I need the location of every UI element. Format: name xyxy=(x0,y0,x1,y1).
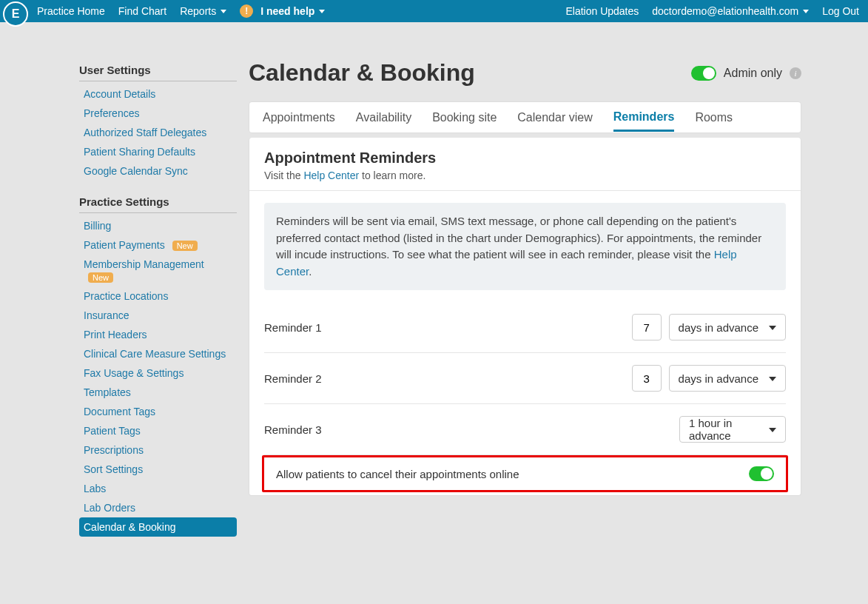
sidebar-item-patient-tags[interactable]: Patient Tags xyxy=(79,421,237,440)
reminder-2-value-input[interactable] xyxy=(632,365,662,392)
sidebar-item-label: Labs xyxy=(84,483,106,494)
sidebar-item-calendar-booking[interactable]: Calendar & Booking xyxy=(79,517,237,537)
sidebar-item-lab-orders[interactable]: Lab Orders xyxy=(79,498,237,517)
reminder-label: Reminder 2 xyxy=(264,372,632,385)
sidebar-item-sort-settings[interactable]: Sort Settings xyxy=(79,460,237,479)
app-logo[interactable]: E xyxy=(3,1,28,27)
sidebar-item-label: Membership Management xyxy=(84,258,204,270)
notice-text: Reminders will be sent via email, SMS te… xyxy=(276,215,761,261)
nav-reports-label: Reports xyxy=(180,5,216,17)
sidebar-item-label: Document Tags xyxy=(84,406,155,417)
sidebar-item-label: Prescriptions xyxy=(84,444,144,456)
reminders-card: Appointment Reminders Visit the Help Cen… xyxy=(249,138,801,496)
sidebar-item-label: Google Calendar Sync xyxy=(84,165,188,177)
sidebar-item-label: Lab Orders xyxy=(84,502,135,514)
top-nav: E Practice Home Find Chart Reports ! I n… xyxy=(0,0,868,22)
tab-appointments[interactable]: Appointments xyxy=(263,104,335,132)
sidebar-item-labs[interactable]: Labs xyxy=(79,479,237,498)
admin-only-toggle-row: Admin only i xyxy=(691,66,801,81)
info-icon[interactable]: i xyxy=(790,67,801,79)
sidebar-item-label: Practice Locations xyxy=(84,290,168,302)
tab-reminders[interactable]: Reminders xyxy=(613,103,675,132)
sidebar-item-label: Preferences xyxy=(84,107,139,119)
nav-logout[interactable]: Log Out xyxy=(822,5,859,17)
sidebar-item-print-headers[interactable]: Print Headers xyxy=(79,325,237,344)
sidebar-item-fax-usage[interactable]: Fax Usage & Settings xyxy=(79,363,237,383)
sidebar-item-patient-sharing[interactable]: Patient Sharing Defaults xyxy=(79,142,237,161)
settings-sidebar: User Settings Account Details Preference… xyxy=(0,59,237,547)
sidebar-item-label: Calendar & Booking xyxy=(84,521,176,533)
sidebar-item-prescriptions[interactable]: Prescriptions xyxy=(79,440,237,460)
help-center-link[interactable]: Help Center xyxy=(303,170,359,181)
chevron-down-icon xyxy=(803,10,809,13)
sidebar-item-label: Patient Sharing Defaults xyxy=(84,146,195,158)
sidebar-section-practice: Practice Settings xyxy=(79,191,237,213)
allow-cancel-label: Allow patients to cancel their appointme… xyxy=(276,468,749,480)
tab-availability[interactable]: Availability xyxy=(356,104,411,132)
allow-cancel-toggle[interactable] xyxy=(749,466,774,481)
chevron-down-icon xyxy=(319,10,325,13)
select-value: days in advance xyxy=(679,321,758,334)
alert-icon: ! xyxy=(240,4,253,18)
sidebar-item-patient-payments[interactable]: Patient Payments New xyxy=(79,235,237,255)
select-value: 1 hour in advance xyxy=(689,417,758,442)
notice-post: . xyxy=(309,265,312,278)
nav-elation-updates[interactable]: Elation Updates xyxy=(565,5,639,17)
sidebar-section-user: User Settings xyxy=(79,59,237,81)
sub-pre: Visit the xyxy=(264,170,303,181)
sidebar-item-membership-mgmt[interactable]: Membership Management New xyxy=(79,255,237,286)
sidebar-item-label: Fax Usage & Settings xyxy=(84,367,184,379)
chevron-down-icon xyxy=(769,377,776,381)
sidebar-item-label: Account Details xyxy=(84,88,155,100)
sidebar-item-document-tags[interactable]: Document Tags xyxy=(79,402,237,421)
sub-post: to learn more. xyxy=(359,170,425,181)
sidebar-item-label: Billing xyxy=(84,220,111,232)
chevron-down-icon xyxy=(769,326,776,330)
card-title: Appointment Reminders xyxy=(264,150,786,167)
sidebar-item-templates[interactable]: Templates xyxy=(79,383,237,402)
sidebar-item-insurance[interactable]: Insurance xyxy=(79,306,237,325)
card-subtitle: Visit the Help Center to learn more. xyxy=(264,170,786,181)
reminder-2-unit-select[interactable]: days in advance xyxy=(669,365,786,392)
tab-calendar-view[interactable]: Calendar view xyxy=(517,104,592,132)
reminder-label: Reminder 1 xyxy=(264,321,632,334)
reminder-row-3: Reminder 3 1 hour in advance xyxy=(264,404,786,455)
new-badge: New xyxy=(172,241,198,251)
sidebar-item-label: Authorized Staff Delegates xyxy=(84,127,206,138)
reminder-3-unit-select[interactable]: 1 hour in advance xyxy=(679,416,786,443)
sidebar-item-billing[interactable]: Billing xyxy=(79,216,237,235)
nav-reports[interactable]: Reports xyxy=(180,5,226,17)
reminder-label: Reminder 3 xyxy=(264,423,679,436)
admin-only-toggle[interactable] xyxy=(691,66,716,81)
new-badge: New xyxy=(88,272,113,283)
sidebar-item-google-cal-sync[interactable]: Google Calendar Sync xyxy=(79,161,237,181)
sidebar-item-authorized-staff[interactable]: Authorized Staff Delegates xyxy=(79,123,237,142)
tab-rooms[interactable]: Rooms xyxy=(695,104,733,132)
nav-account-email: doctordemo@elationhealth.com xyxy=(652,5,798,17)
sidebar-item-account-details[interactable]: Account Details xyxy=(79,84,237,104)
sidebar-item-label: Clinical Care Measure Settings xyxy=(84,348,226,360)
reminder-1-unit-select[interactable]: days in advance xyxy=(669,314,786,340)
nav-help[interactable]: ! I need help xyxy=(240,4,325,18)
sidebar-item-label: Patient Tags xyxy=(84,425,141,437)
main-content: Calendar & Booking Admin only i Appointm… xyxy=(237,59,868,496)
nav-practice-home[interactable]: Practice Home xyxy=(37,5,105,17)
settings-tabs: Appointments Availability Booking site C… xyxy=(249,101,801,133)
select-value: days in advance xyxy=(679,372,758,385)
nav-account-menu[interactable]: doctordemo@elationhealth.com xyxy=(652,5,809,17)
sidebar-item-label: Patient Payments xyxy=(84,239,165,251)
reminder-1-value-input[interactable] xyxy=(632,314,662,340)
sidebar-item-label: Print Headers xyxy=(84,329,147,340)
chevron-down-icon xyxy=(221,10,226,13)
reminder-row-2: Reminder 2 days in advance xyxy=(264,353,786,404)
sidebar-item-preferences[interactable]: Preferences xyxy=(79,104,237,123)
nav-help-label: I need help xyxy=(260,5,314,17)
allow-cancel-row: Allow patients to cancel their appointme… xyxy=(262,455,788,492)
sidebar-item-label: Sort Settings xyxy=(84,463,143,475)
tab-booking-site[interactable]: Booking site xyxy=(432,104,497,132)
nav-find-chart[interactable]: Find Chart xyxy=(118,5,166,17)
sidebar-item-practice-locations[interactable]: Practice Locations xyxy=(79,286,237,306)
sidebar-item-clinical-care[interactable]: Clinical Care Measure Settings xyxy=(79,344,237,363)
sidebar-item-label: Templates xyxy=(84,386,131,398)
reminder-notice: Reminders will be sent via email, SMS te… xyxy=(264,203,786,290)
